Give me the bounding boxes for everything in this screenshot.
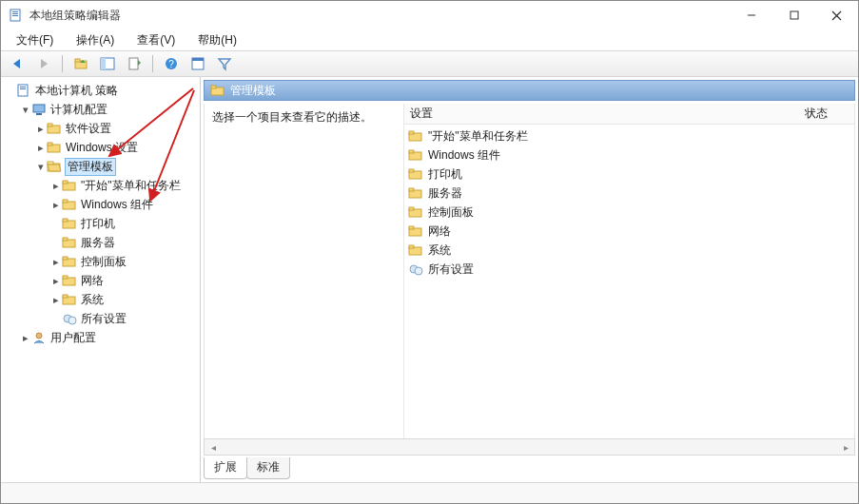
tree-printers[interactable]: 打印机 xyxy=(1,214,200,233)
tree-system[interactable]: ▸ 系统 xyxy=(1,290,200,309)
column-setting[interactable]: 设置 xyxy=(404,106,778,122)
folder-icon xyxy=(62,178,77,193)
list-item-system[interactable]: 系统 xyxy=(404,241,854,260)
tree-label: 打印机 xyxy=(81,216,115,232)
folder-icon xyxy=(408,242,423,258)
folder-icon xyxy=(62,292,77,307)
svg-rect-25 xyxy=(33,105,45,112)
folder-open-icon xyxy=(47,159,62,174)
show-hide-tree-button[interactable] xyxy=(97,53,118,74)
tab-extended[interactable]: 扩展 xyxy=(204,457,247,479)
chevron-right-icon[interactable]: ▸ xyxy=(35,142,47,154)
chevron-right-icon[interactable]: ▸ xyxy=(50,180,62,192)
scroll-thumb[interactable] xyxy=(220,441,839,453)
tree-label: 控制面板 xyxy=(81,254,127,270)
list-item-printers[interactable]: 打印机 xyxy=(404,165,854,184)
svg-point-50 xyxy=(36,333,42,339)
tree-label: 系统 xyxy=(81,292,104,308)
menu-action[interactable]: 操作(A) xyxy=(67,30,124,50)
policy-icon xyxy=(16,83,31,98)
up-button[interactable] xyxy=(70,53,91,74)
close-button[interactable] xyxy=(815,1,858,29)
svg-rect-52 xyxy=(211,86,216,88)
tree-root[interactable]: 本地计算机 策略 xyxy=(1,81,200,100)
svg-marker-21 xyxy=(219,59,230,69)
menu-bar: 文件(F) 操作(A) 查看(V) 帮助(H) xyxy=(1,29,858,50)
properties-button[interactable] xyxy=(187,53,208,74)
menu-help[interactable]: 帮助(H) xyxy=(188,30,246,50)
chevron-right-icon[interactable]: ▸ xyxy=(35,123,47,135)
folder-icon xyxy=(408,166,423,182)
tree-admin-templates[interactable]: ▾ 管理模板 xyxy=(1,157,200,176)
tree-label: 计算机配置 xyxy=(50,102,107,118)
svg-rect-64 xyxy=(409,226,414,229)
list-header[interactable]: 设置 状态 xyxy=(404,104,854,125)
svg-rect-39 xyxy=(63,219,68,222)
tree-label: Windows 设置 xyxy=(66,140,138,156)
tree-network[interactable]: ▸ 网络 xyxy=(1,271,200,290)
list-item-label: 服务器 xyxy=(428,185,462,202)
list-item-label: "开始"菜单和任务栏 xyxy=(428,128,528,145)
tree-all-settings[interactable]: 所有设置 xyxy=(1,309,200,328)
scroll-left-icon[interactable]: ◂ xyxy=(206,440,220,454)
folder-icon xyxy=(62,216,77,231)
svg-rect-58 xyxy=(409,169,414,172)
tree-control-panel[interactable]: ▸ 控制面板 xyxy=(1,252,200,271)
menu-file[interactable]: 文件(F) xyxy=(7,30,63,50)
list-item-servers[interactable]: 服务器 xyxy=(404,184,854,203)
svg-rect-47 xyxy=(63,295,68,298)
column-status[interactable]: 状态 xyxy=(778,106,854,122)
tree-user-config[interactable]: ▸ 用户配置 xyxy=(1,328,200,347)
list-item-start-taskbar[interactable]: "开始"菜单和任务栏 xyxy=(404,126,854,145)
toolbar-separator xyxy=(152,55,153,72)
chevron-down-icon[interactable]: ▾ xyxy=(35,161,47,173)
folder-icon xyxy=(62,235,77,250)
list-body[interactable]: "开始"菜单和任务栏 Windows 组件 打印机 服务器 xyxy=(404,125,854,438)
chevron-right-icon[interactable]: ▸ xyxy=(20,332,31,344)
svg-rect-30 xyxy=(48,143,52,145)
horizontal-scrollbar[interactable]: ◂ ▸ xyxy=(204,438,855,456)
svg-rect-41 xyxy=(63,238,68,241)
maximize-button[interactable] xyxy=(772,1,815,29)
content-pane: 管理模板 选择一个项目来查看它的描述。 设置 状态 "开始"菜单和任务栏 xyxy=(201,77,858,482)
tree-pane[interactable]: 本地计算机 策略 ▾ 计算机配置 ▸ 软件设置 ▸ Windows 设置 ▾ 管… xyxy=(1,77,201,482)
description-text: 选择一个项目来查看它的描述。 xyxy=(212,110,372,124)
menu-view[interactable]: 查看(V) xyxy=(127,30,185,50)
tree-label: 软件设置 xyxy=(66,121,111,137)
scroll-right-icon[interactable]: ▸ xyxy=(839,440,852,454)
tree-windows-settings[interactable]: ▸ Windows 设置 xyxy=(1,138,200,157)
svg-point-49 xyxy=(68,317,76,324)
chevron-right-icon[interactable]: ▸ xyxy=(50,199,62,211)
tree-label: "开始"菜单和任务栏 xyxy=(81,178,181,194)
tab-standard[interactable]: 标准 xyxy=(246,457,290,479)
chevron-right-icon[interactable]: ▸ xyxy=(50,256,62,268)
minimize-button[interactable] xyxy=(730,1,772,29)
forward-button[interactable] xyxy=(33,53,54,74)
list-item-network[interactable]: 网络 xyxy=(404,222,854,241)
back-button[interactable] xyxy=(7,53,28,74)
export-button[interactable] xyxy=(124,53,145,74)
svg-marker-9 xyxy=(41,59,48,68)
help-button[interactable]: ? xyxy=(161,53,182,74)
list-item-label: 网络 xyxy=(428,223,451,240)
chevron-right-icon[interactable]: ▸ xyxy=(50,294,62,306)
tree-start-taskbar[interactable]: ▸ "开始"菜单和任务栏 xyxy=(1,176,200,195)
tree-computer-config[interactable]: ▾ 计算机配置 xyxy=(1,100,200,119)
svg-marker-16 xyxy=(138,60,141,66)
content-body: 选择一个项目来查看它的描述。 设置 状态 "开始"菜单和任务栏 Windows … xyxy=(204,104,855,438)
computer-icon xyxy=(31,102,47,117)
tree-software-settings[interactable]: ▸ 软件设置 xyxy=(1,119,200,138)
tree-windows-components[interactable]: ▸ Windows 组件 xyxy=(1,195,200,214)
tree-label: 本地计算机 策略 xyxy=(35,83,118,99)
list-item-windows-components[interactable]: Windows 组件 xyxy=(404,145,854,165)
filter-button[interactable] xyxy=(214,53,235,74)
svg-rect-26 xyxy=(36,113,42,115)
toolbar-separator xyxy=(62,55,63,72)
chevron-down-icon[interactable]: ▾ xyxy=(20,104,31,116)
list-item-control-panel[interactable]: 控制面板 xyxy=(404,203,854,222)
svg-rect-22 xyxy=(18,85,28,96)
tree-servers[interactable]: 服务器 xyxy=(1,233,200,252)
list-item-all-settings[interactable]: 所有设置 xyxy=(404,260,854,279)
chevron-right-icon[interactable]: ▸ xyxy=(50,275,62,287)
folder-icon xyxy=(408,223,423,239)
